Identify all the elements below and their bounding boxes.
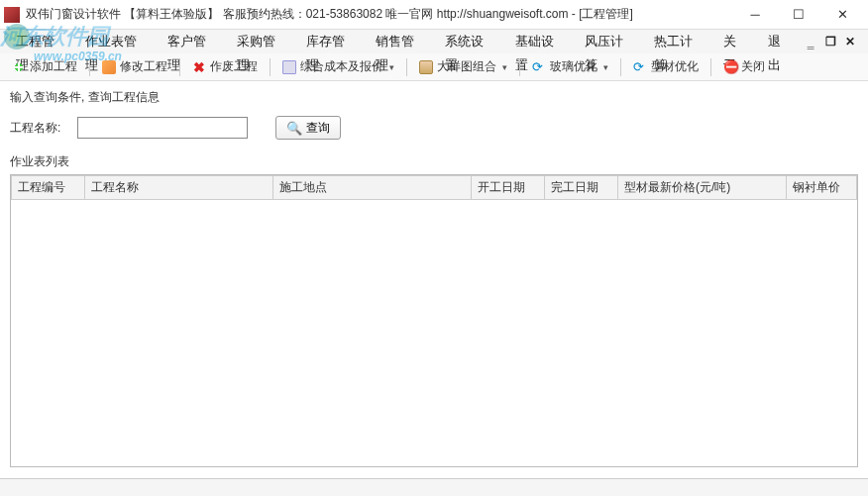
separator	[710, 58, 711, 76]
toolbar: 添加工程 修改工程 ✖ 作废工程 综合成本及报价 ▾ 大样图组合 ▾ ⟳ 玻璃优…	[0, 53, 868, 81]
mdi-close-button[interactable]: ✕	[842, 34, 858, 50]
cost-quote-button[interactable]: 综合成本及报价 ▾	[276, 56, 400, 77]
content-area: 输入查询条件, 查询工程信息 工程名称: 🔍 查询 作业表列表 工程编号 工程名…	[0, 81, 868, 475]
table-header-row: 工程编号 工程名称 施工地点 开工日期 完工日期 型材最新价格(元/吨) 钢衬单…	[12, 176, 857, 200]
search-hint: 输入查询条件, 查询工程信息	[10, 89, 858, 106]
col-project-id[interactable]: 工程编号	[12, 176, 85, 200]
project-name-label: 工程名称:	[10, 120, 69, 137]
dropdown-icon: ▾	[603, 62, 608, 72]
delete-icon: ✖	[192, 60, 206, 74]
edit-project-label: 修改工程	[120, 58, 167, 75]
col-profile-price[interactable]: 型材最新价格(元/吨)	[618, 176, 787, 200]
menu-customer[interactable]: 客户管理	[158, 30, 227, 53]
mdi-restore-button[interactable]: ❐	[822, 34, 838, 50]
col-steel-price[interactable]: 钢衬单价	[787, 176, 857, 200]
separator	[179, 58, 180, 76]
mdi-minimize-button[interactable]: ‗	[803, 34, 818, 50]
search-row: 工程名称: 🔍 查询	[10, 116, 858, 140]
glass-optimize-label: 玻璃优化	[550, 58, 597, 75]
pattern-combo-label: 大样图组合	[437, 58, 496, 75]
menubar: 工程管理 作业表管理 客户管理 采购管理 库存管理 销售管理 系统设置 基础设置…	[0, 30, 868, 53]
maximize-button[interactable]: ☐	[777, 1, 820, 29]
search-icon: 🔍	[286, 121, 302, 136]
menu-purchase[interactable]: 采购管理	[227, 30, 296, 53]
menu-sales[interactable]: 销售管理	[366, 30, 435, 53]
close-button[interactable]: ✕	[820, 1, 864, 29]
worksheet-table[interactable]: 工程编号 工程名称 施工地点 开工日期 完工日期 型材最新价格(元/吨) 钢衬单…	[10, 174, 858, 467]
table-section-label: 作业表列表	[10, 153, 858, 170]
col-project-name[interactable]: 工程名称	[85, 176, 273, 200]
separator	[406, 58, 407, 76]
separator	[270, 58, 271, 76]
menu-basic[interactable]: 基础设置	[505, 30, 575, 53]
profile-optimize-label: 型材优化	[651, 58, 699, 75]
window-titlebar: 双伟门窗设计软件 【算料王体验版】 客服预约热线：021-53863082 唯一…	[0, 0, 868, 30]
void-project-label: 作废工程	[210, 58, 258, 75]
menu-thermal[interactable]: 热工计算	[644, 30, 713, 53]
app-icon	[4, 7, 20, 23]
menu-about[interactable]: 关于	[713, 30, 758, 53]
col-location[interactable]: 施工地点	[273, 176, 472, 200]
dropdown-icon: ▾	[389, 62, 394, 72]
add-project-label: 添加工程	[30, 58, 77, 75]
glass-optimize-button[interactable]: ⟳ 玻璃优化 ▾	[526, 56, 614, 77]
window-controls: ─ ☐ ✕	[733, 1, 864, 29]
menu-worksheet[interactable]: 作业表管理	[75, 30, 158, 53]
search-button[interactable]: 🔍 查询	[275, 116, 341, 140]
menu-wind[interactable]: 风压计算	[575, 30, 644, 53]
project-name-input[interactable]	[77, 117, 248, 139]
document-icon	[282, 60, 296, 74]
close-tab-label: 关闭	[741, 58, 765, 75]
pattern-combo-button[interactable]: 大样图组合 ▾	[413, 56, 513, 77]
dropdown-icon: ▾	[502, 62, 507, 72]
add-project-button[interactable]: 添加工程	[6, 56, 83, 77]
edit-project-button[interactable]: 修改工程	[96, 56, 173, 77]
mdi-controls: ‗ ❐ ✕	[803, 34, 862, 50]
separator	[89, 58, 90, 76]
menu-exit[interactable]: 退出	[758, 30, 803, 53]
separator	[519, 58, 520, 76]
add-icon	[12, 60, 26, 74]
refresh-icon: ⟳	[633, 60, 647, 74]
clipboard-icon	[419, 60, 433, 74]
void-project-button[interactable]: ✖ 作废工程	[186, 56, 264, 77]
separator	[620, 58, 621, 76]
col-start-date[interactable]: 开工日期	[472, 176, 545, 200]
watermark-icon	[4, 24, 30, 50]
col-end-date[interactable]: 完工日期	[545, 176, 618, 200]
window-title: 双伟门窗设计软件 【算料王体验版】 客服预约热线：021-53863082 唯一…	[26, 6, 733, 23]
menu-system[interactable]: 系统设置	[435, 30, 504, 53]
cost-quote-label: 综合成本及报价	[300, 58, 383, 75]
minimize-button[interactable]: ─	[733, 1, 777, 29]
close-tab-button[interactable]: ⛔ 关闭	[717, 56, 771, 77]
close-icon: ⛔	[723, 60, 737, 74]
search-button-label: 查询	[306, 120, 330, 137]
menu-inventory[interactable]: 库存管理	[296, 30, 366, 53]
statusbar	[0, 478, 868, 496]
edit-icon	[102, 60, 116, 74]
refresh-icon: ⟳	[532, 60, 546, 74]
profile-optimize-button[interactable]: ⟳ 型材优化	[627, 56, 705, 77]
